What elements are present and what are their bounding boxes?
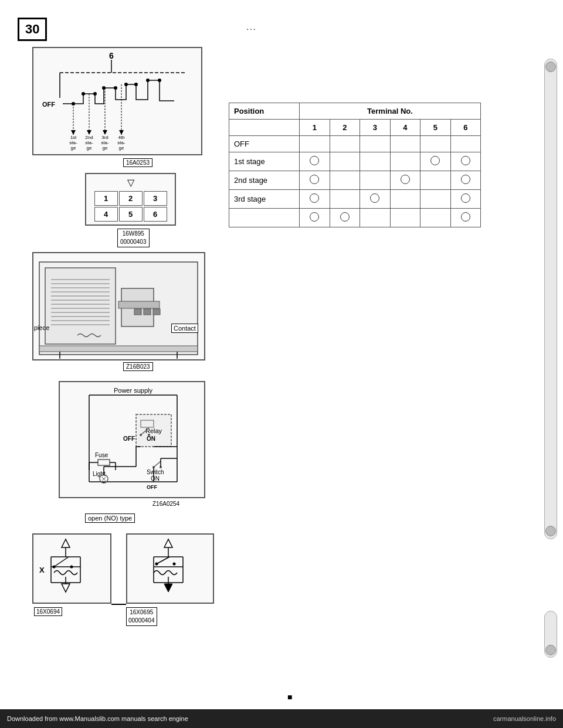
table-row: 3rd stage <box>229 190 481 209</box>
connection-cell-0-5 <box>450 136 481 152</box>
connection-cell-3-0 <box>300 190 330 209</box>
svg-point-11 <box>124 83 128 86</box>
pos-sub-header <box>229 120 300 136</box>
connection-cell-0-0 <box>300 136 330 152</box>
bottom-bullet: ■ <box>287 692 292 702</box>
svg-text:sta-: sta- <box>69 140 77 145</box>
terminal-table: Position Terminal No. 1 2 3 4 5 6 OFF1st… <box>229 103 481 227</box>
svg-marker-116 <box>164 584 172 592</box>
position-cell: 2nd stage <box>229 171 300 190</box>
schematic-right-svg <box>127 535 214 604</box>
svg-point-14 <box>158 79 161 82</box>
connection-cell-3-4 <box>420 190 451 209</box>
no-type-label: open (NO) type <box>85 513 135 523</box>
term-4: 4 <box>94 207 118 222</box>
svg-text:sta-: sta- <box>85 140 93 145</box>
svg-text:OFF: OFF <box>147 484 157 490</box>
connection-indicator <box>310 212 319 222</box>
svg-text:1st: 1st <box>70 135 77 140</box>
term-2: 2 <box>119 191 143 206</box>
connection-cell-2-1 <box>330 171 360 190</box>
term-col-2: 2 <box>330 120 360 136</box>
term-3: 3 <box>144 191 167 206</box>
connection-cell-2-3 <box>390 171 420 190</box>
svg-line-111 <box>157 557 169 564</box>
diagram2-code: 16W895 00000403 <box>117 229 150 247</box>
svg-text:OFF: OFF <box>42 101 55 108</box>
connection-indicator <box>370 193 379 203</box>
scroll-bottom-thumb[interactable] <box>545 645 556 655</box>
term-5: 5 <box>119 207 143 222</box>
connection-cell-4-0 <box>300 209 330 227</box>
svg-marker-31 <box>71 130 76 135</box>
footer-bar: Downloaded from www.Manualslib.com manua… <box>0 709 563 728</box>
term-col-3: 3 <box>360 120 391 136</box>
connection-cell-3-5 <box>450 190 481 209</box>
scroll-up-button[interactable] <box>545 62 556 72</box>
connector-line <box>111 604 126 605</box>
svg-line-85 <box>154 461 161 467</box>
svg-text:3rd: 3rd <box>101 135 108 140</box>
svg-text:ge: ge <box>71 145 76 151</box>
connection-indicator <box>461 175 470 184</box>
term-col-6: 6 <box>450 120 481 136</box>
svg-point-113 <box>173 563 176 566</box>
svg-marker-103 <box>62 584 70 592</box>
scrollbar[interactable] <box>544 59 557 539</box>
svg-point-8 <box>93 92 97 96</box>
table-row <box>229 209 481 227</box>
table-row: OFF <box>229 136 481 152</box>
connection-cell-3-1 <box>330 190 360 209</box>
terminal-box-diagram: ▽ 1 2 3 4 5 6 <box>85 173 176 226</box>
svg-text:4th: 4th <box>118 135 124 140</box>
svg-marker-33 <box>103 130 107 135</box>
svg-marker-95 <box>62 539 70 547</box>
schematic-left-diagram: X <box>32 533 111 604</box>
svg-point-12 <box>134 83 138 86</box>
svg-text:ge: ge <box>87 145 92 151</box>
connection-cell-3-2 <box>360 190 391 209</box>
col-position-header: Position <box>229 103 300 120</box>
svg-line-98 <box>54 557 69 567</box>
table-row: 1st stage <box>229 152 481 171</box>
terminal-arrow: ▽ <box>127 177 134 188</box>
connection-cell-0-1 <box>330 136 360 152</box>
switch-position-diagram: 6 OFF 1st sta- ge 2nd sta- ge 3rd sta- g <box>32 47 202 155</box>
svg-marker-108 <box>164 539 172 547</box>
svg-text:ge: ge <box>119 145 124 151</box>
connection-cell-1-2 <box>360 152 391 171</box>
svg-marker-34 <box>119 130 124 135</box>
schematic-left-svg: X <box>33 535 111 604</box>
page-number: 30 <box>18 18 47 41</box>
contact-label: Contact <box>171 324 198 333</box>
connection-cell-0-4 <box>420 136 451 152</box>
footer-left-text: Downloaded from www.Manualslib.com manua… <box>7 715 188 722</box>
connection-indicator <box>310 156 319 165</box>
svg-point-7 <box>82 92 85 96</box>
connection-cell-2-0 <box>300 171 330 190</box>
svg-marker-32 <box>87 130 91 135</box>
scroll-down-button[interactable] <box>545 526 556 536</box>
schematic-right-diagram <box>126 533 214 604</box>
connection-cell-2-4 <box>420 171 451 190</box>
svg-text:OFF: OFF <box>123 436 135 442</box>
svg-rect-54 <box>39 346 198 352</box>
connection-cell-1-4 <box>420 152 451 171</box>
coil-svg <box>33 253 205 360</box>
position-cell: 3rd stage <box>229 190 300 209</box>
connection-cell-4-5 <box>450 209 481 227</box>
svg-text:sta-: sta- <box>101 140 109 145</box>
diagram6-code: 16X0695 00000404 <box>126 607 157 626</box>
position-cell <box>229 209 300 227</box>
connection-cell-0-2 <box>360 136 391 152</box>
svg-point-112 <box>155 563 158 566</box>
connection-cell-4-2 <box>360 209 391 227</box>
connection-indicator <box>310 175 319 184</box>
diagram1-code: 16A0253 <box>123 158 152 167</box>
svg-text:Power supply: Power supply <box>114 387 153 394</box>
footer-right-text: carmanualsonline.info <box>493 715 556 722</box>
relay-svg: Power supply Relay OFF ON Fuse Light Swi… <box>60 382 205 498</box>
term-col-5: 5 <box>420 120 451 136</box>
scrollbar-bottom[interactable] <box>544 611 557 658</box>
connection-cell-1-5 <box>450 152 481 171</box>
